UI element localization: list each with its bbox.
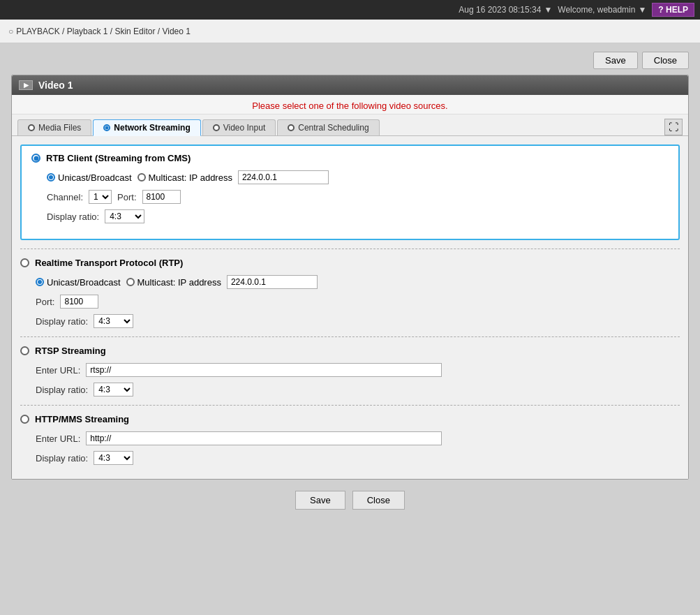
tab-central-scheduling-radio — [288, 124, 295, 131]
rtp-radio[interactable] — [20, 258, 29, 267]
rtp-displayratio-select[interactable]: 4:316:916:101:1 — [94, 314, 133, 328]
rtsp-label: RTSP Streaming — [35, 346, 106, 356]
video-panel: ▶ Video 1 Please select one of the follo… — [11, 75, 689, 480]
rtsp-radio[interactable] — [20, 346, 29, 355]
rtp-label: Realtime Transport Protocol (RTP) — [35, 258, 183, 268]
rtsp-displayratio-select[interactable]: 4:316:916:101:1 — [94, 383, 133, 397]
rtb-ip-input[interactable] — [238, 170, 329, 184]
rtsp-url-input[interactable] — [86, 363, 442, 377]
datetime-dropdown-arrow[interactable]: ▼ — [544, 5, 552, 15]
tab-network-streaming-label: Network Streaming — [114, 123, 190, 133]
rtb-channel-row: Channel: 123 Port: — [31, 190, 669, 204]
http-mms-label: HTTP/MMS Streaming — [35, 414, 129, 424]
rtb-port-input[interactable] — [142, 190, 181, 204]
rtp-displayratio-row: Display ratio: 4:316:916:101:1 — [20, 314, 680, 328]
rtb-channel-select[interactable]: 123 — [89, 190, 112, 204]
divider-1 — [20, 249, 680, 249]
rtb-channel-label: Channel: — [47, 192, 83, 202]
tab-central-scheduling-label: Central Scheduling — [298, 123, 368, 133]
rtp-port-label: Port: — [36, 297, 54, 307]
tab-media-files-radio — [28, 124, 35, 131]
welcome-display[interactable]: Welcome, webadmin ▼ — [558, 5, 646, 15]
tab-video-input[interactable]: Video Input — [202, 119, 276, 135]
http-mms-displayratio-select[interactable]: 4:316:916:101:1 — [94, 451, 133, 465]
fullscreen-button[interactable]: ⛶ — [664, 119, 683, 135]
welcome-text: Welcome, webadmin — [558, 5, 635, 15]
rtb-multicast-label: Multicast: IP address — [149, 172, 232, 183]
rtb-unicast-row: Unicast/Broadcast Multicast: IP address — [31, 170, 669, 184]
rtsp-displayratio-label: Display ratio: — [36, 385, 88, 395]
http-mms-url-input[interactable] — [86, 431, 442, 445]
rtb-displayratio-label: Display ratio: — [47, 212, 99, 222]
divider-3 — [20, 405, 680, 406]
rtb-client-section: RTB Client (Streaming from CMS) Unicast/… — [20, 145, 680, 240]
tab-media-files[interactable]: Media Files — [17, 119, 91, 135]
panel-content: RTB Client (Streaming from CMS) Unicast/… — [12, 136, 688, 479]
tab-media-files-label: Media Files — [38, 123, 81, 133]
breadcrumb-path: PLAYBACK / Playback 1 / Skin Editor / Vi… — [16, 27, 191, 36]
bottom-save-button[interactable]: Save — [295, 491, 345, 510]
rtp-unicast-radio[interactable] — [36, 278, 44, 286]
topbar: Aug 16 2023 08:15:34 ▼ Welcome, webadmin… — [0, 0, 700, 20]
panel-icon: ▶ — [19, 80, 33, 90]
tab-video-input-label: Video Input — [223, 123, 266, 133]
rtp-multicast-option[interactable]: Multicast: IP address — [126, 277, 221, 288]
datetime-display[interactable]: Aug 16 2023 08:15:34 ▼ — [459, 5, 552, 15]
notice-message: Please select one of the following video… — [12, 95, 688, 114]
rtp-multicast-label: Multicast: IP address — [137, 277, 221, 288]
http-mms-url-row: Enter URL: — [20, 431, 680, 445]
bottom-actions: Save Close — [11, 491, 689, 510]
rtb-multicast-option[interactable]: Multicast: IP address — [137, 172, 232, 183]
rtsp-section: RTSP Streaming Enter URL: Display ratio:… — [20, 346, 680, 397]
tab-network-streaming-radio — [103, 124, 110, 131]
rtsp-url-row: Enter URL: — [20, 363, 680, 377]
breadcrumb: ○ PLAYBACK / Playback 1 / Skin Editor / … — [0, 20, 700, 43]
top-save-button[interactable]: Save — [593, 52, 638, 69]
bottom-close-button[interactable]: Close — [352, 491, 405, 510]
http-mms-displayratio-label: Display ratio: — [36, 453, 88, 464]
breadcrumb-icon: ○ — [8, 27, 13, 36]
rtb-displayratio-select[interactable]: 4:316:916:101:1 — [105, 209, 144, 223]
rtb-multicast-radio[interactable] — [137, 173, 146, 181]
rtb-client-title: RTB Client (Streaming from CMS) — [31, 153, 669, 163]
tab-network-streaming[interactable]: Network Streaming — [93, 119, 200, 136]
rtp-section: Realtime Transport Protocol (RTP) Unicas… — [20, 258, 680, 328]
rtp-unicast-row: Unicast/Broadcast Multicast: IP address — [20, 275, 680, 289]
rtp-port-row: Port: — [20, 295, 680, 309]
rtp-unicast-label: Unicast/Broadcast — [47, 277, 121, 288]
rtb-port-label: Port: — [117, 192, 136, 202]
top-close-button[interactable]: Close — [642, 52, 689, 69]
welcome-dropdown-arrow[interactable]: ▼ — [638, 5, 646, 15]
rtsp-url-label: Enter URL: — [36, 365, 80, 376]
tab-central-scheduling[interactable]: Central Scheduling — [277, 119, 379, 135]
divider-2 — [20, 336, 680, 337]
rtp-title: Realtime Transport Protocol (RTP) — [20, 258, 680, 268]
rtp-ip-input[interactable] — [227, 275, 318, 289]
tab-video-input-radio — [213, 124, 220, 131]
top-actions: Save Close — [11, 52, 689, 69]
http-mms-title: HTTP/MMS Streaming — [20, 414, 680, 424]
help-button[interactable]: ? HELP — [652, 3, 694, 17]
panel-title: Video 1 — [38, 80, 73, 91]
http-mms-section: HTTP/MMS Streaming Enter URL: Display ra… — [20, 414, 680, 465]
rtb-client-radio[interactable] — [31, 154, 40, 163]
datetime-text: Aug 16 2023 08:15:34 — [459, 5, 541, 15]
http-mms-radio[interactable] — [20, 415, 29, 424]
rtp-port-input[interactable] — [60, 295, 98, 309]
rtp-unicast-option[interactable]: Unicast/Broadcast — [36, 277, 121, 288]
rtsp-title: RTSP Streaming — [20, 346, 680, 356]
tabs-bar: Media Files Network Streaming Video Inpu… — [12, 114, 688, 136]
panel-header: ▶ Video 1 — [12, 75, 688, 95]
http-mms-displayratio-row: Display ratio: 4:316:916:101:1 — [20, 451, 680, 465]
rtb-unicast-label: Unicast/Broadcast — [58, 172, 132, 183]
rtb-displayratio-row: Display ratio: 4:316:916:101:1 — [31, 209, 669, 223]
main-area: Save Close ▶ Video 1 Please select one o… — [0, 43, 700, 615]
rtb-unicast-radio[interactable] — [47, 173, 55, 181]
rtb-client-label: RTB Client (Streaming from CMS) — [46, 153, 191, 163]
http-mms-url-label: Enter URL: — [36, 434, 80, 444]
rtp-multicast-radio[interactable] — [126, 278, 135, 286]
rtp-displayratio-label: Display ratio: — [36, 316, 88, 327]
rtsp-displayratio-row: Display ratio: 4:316:916:101:1 — [20, 383, 680, 397]
rtb-unicast-option[interactable]: Unicast/Broadcast — [47, 172, 132, 183]
